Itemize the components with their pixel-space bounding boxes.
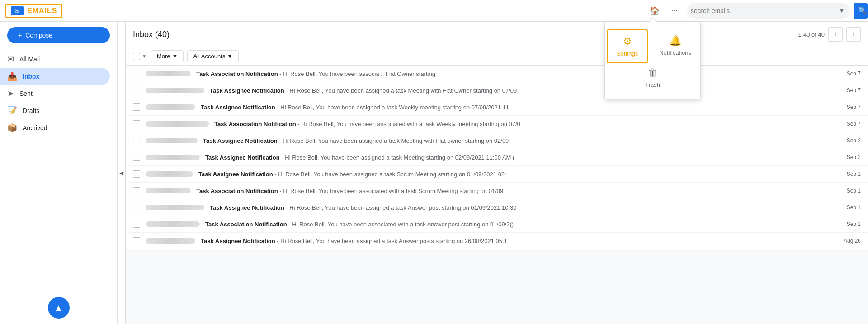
email-body-5: Task Assignee Notification - Hi Rose Bel… xyxy=(205,154,835,161)
email-subject-7: Task Association Notification xyxy=(196,188,278,194)
sidebar-item-drafts[interactable]: 📝 Drafts xyxy=(0,102,110,119)
sidebar-item-label-archived: Archived xyxy=(23,124,47,131)
email-checkbox-4[interactable] xyxy=(133,137,140,144)
compose-label: Compose xyxy=(25,32,52,39)
email-date-4: Sep 2 xyxy=(840,137,861,144)
search-dropdown-button[interactable]: ▼ xyxy=(837,8,846,14)
sender-avatar-8 xyxy=(146,205,204,210)
scroll-top-button[interactable]: ▲ xyxy=(48,297,70,319)
pagination-text: 1-40 of 40 xyxy=(798,31,825,38)
all-mail-icon: ✉ xyxy=(7,54,14,64)
search-input[interactable] xyxy=(691,7,837,14)
sidebar-item-inbox[interactable]: 📥 Inbox xyxy=(0,68,110,85)
next-page-button[interactable]: › xyxy=(846,27,861,42)
sidebar-item-archived[interactable]: 📦 Archived xyxy=(0,119,110,136)
email-row[interactable]: Task Assignee Notification - Hi Rose Bel… xyxy=(126,199,868,216)
email-preview-0: - Hi Rose Bell, You have been associa...… xyxy=(279,70,435,77)
select-all-area: ▼ xyxy=(133,53,147,60)
email-subject-6: Task Assignee Notification xyxy=(198,171,273,178)
email-date-9: Sep 1 xyxy=(840,221,861,227)
email-checkbox-2[interactable] xyxy=(133,103,140,111)
email-row[interactable]: Task Association Notification - Hi Rose … xyxy=(126,116,868,132)
email-row[interactable]: Task Association Notification - Hi Rose … xyxy=(126,183,868,199)
email-preview-8: - Hi Rose Bell, You have been assigned a… xyxy=(286,204,516,211)
trash-label: Trash xyxy=(645,81,660,88)
notifications-dropdown-item[interactable]: 🔔 Notifications xyxy=(650,29,700,63)
email-row[interactable]: Task Assignee Notification - Hi Rose Bel… xyxy=(126,233,868,249)
all-accounts-button[interactable]: All Accounts ▼ xyxy=(187,50,239,62)
email-checkbox-6[interactable] xyxy=(133,170,140,178)
email-row[interactable]: Task Association Notification - Hi Rose … xyxy=(126,66,868,82)
pagination: 1-40 of 40 ‹ › xyxy=(798,27,861,42)
email-body-0: Task Association Notification - Hi Rose … xyxy=(196,70,835,77)
search-button[interactable]: 🔍 xyxy=(854,3,868,19)
dropdown-items: ⚙ Settings 🔔 Notifications xyxy=(605,29,700,63)
sender-avatar-5 xyxy=(146,155,200,160)
sent-icon: ➤ xyxy=(7,89,14,99)
compose-plus-icon: + xyxy=(18,32,22,39)
inbox-icon: 📥 xyxy=(7,71,17,81)
email-row[interactable]: Task Assignee Notification - Hi Rose Bel… xyxy=(126,132,868,149)
email-body-7: Task Association Notification - Hi Rose … xyxy=(196,188,835,194)
dropdown-panel: ⚙ Settings 🔔 Notifications 🗑 Trash xyxy=(604,22,701,99)
email-checkbox-7[interactable] xyxy=(133,187,140,194)
trash-icon: 🗑 xyxy=(648,67,658,79)
email-checkbox-10[interactable] xyxy=(133,237,140,244)
email-row[interactable]: Task Assignee Notification - Hi Rose Bel… xyxy=(126,99,868,116)
sender-avatar-2 xyxy=(146,104,195,110)
email-body-1: Task Assignee Notification - Hi Rose Bel… xyxy=(210,87,835,94)
email-subject-10: Task Assignee Notification xyxy=(201,238,275,244)
more-button[interactable]: More ▼ xyxy=(151,50,184,62)
sidebar-item-label-all-mail: All Mail xyxy=(19,56,40,63)
email-checkbox-8[interactable] xyxy=(133,204,140,211)
email-subject-2: Task Assignee Notification xyxy=(201,104,275,111)
email-date-6: Sep 1 xyxy=(840,171,861,177)
email-checkbox-9[interactable] xyxy=(133,221,140,228)
collapse-handle[interactable]: ◀ xyxy=(118,22,126,324)
email-checkbox-3[interactable] xyxy=(133,120,140,127)
settings-icon: ⚙ xyxy=(623,36,632,47)
sender-avatar-0 xyxy=(146,71,191,76)
sender-avatar-7 xyxy=(146,188,191,193)
email-preview-3: - Hi Rose Bell, You have been associated… xyxy=(297,121,520,127)
select-all-checkbox[interactable] xyxy=(133,53,140,60)
settings-dropdown-item[interactable]: ⚙ Settings xyxy=(607,29,648,63)
email-body-9: Task Association Notification - Hi Rose … xyxy=(205,221,835,228)
compose-button[interactable]: + Compose xyxy=(7,27,110,43)
sidebar-item-all-mail[interactable]: ✉ All Mail xyxy=(0,51,110,68)
email-row[interactable]: Task Association Notification - Hi Rose … xyxy=(126,216,868,233)
previous-page-button[interactable]: ‹ xyxy=(828,27,843,42)
email-row[interactable]: Task Assignee Notification - Hi Rose Bel… xyxy=(126,82,868,99)
email-row[interactable]: Task Assignee Notification - Hi Rose Bel… xyxy=(126,149,868,166)
email-checkbox-0[interactable] xyxy=(133,70,140,77)
more-options-button[interactable]: ··· xyxy=(665,2,684,20)
email-date-0: Sep 7 xyxy=(840,70,861,77)
sidebar: + Compose ✉ All Mail 📥 Inbox ➤ Sent 📝 Dr… xyxy=(0,22,118,324)
email-subject-0: Task Association Notification xyxy=(196,70,278,77)
toolbar: ▼ More ▼ All Accounts ▼ xyxy=(126,47,868,66)
logo-area: EMAILS xyxy=(5,4,62,18)
sender-avatar-1 xyxy=(146,88,204,93)
sidebar-item-label-sent: Sent xyxy=(19,90,33,97)
email-preview-10: - Hi Rose Bell, You have been assigned a… xyxy=(277,238,507,244)
inbox-header: Inbox (40) 1-40 of 40 ‹ › xyxy=(126,22,868,47)
email-row[interactable]: Task Assignee Notification - Hi Rose Bel… xyxy=(126,166,868,183)
email-checkbox-5[interactable] xyxy=(133,154,140,161)
main-content: Inbox (40) 1-40 of 40 ‹ › ▼ More ▼ All A… xyxy=(126,22,868,324)
sender-avatar-4 xyxy=(146,138,198,143)
email-date-3: Sep 7 xyxy=(840,121,861,127)
email-preview-2: - Hi Rose Bell, You have been assigned a… xyxy=(277,104,509,111)
sidebar-item-sent[interactable]: ➤ Sent xyxy=(0,85,110,102)
settings-label: Settings xyxy=(617,50,638,57)
trash-section[interactable]: 🗑 Trash xyxy=(605,63,700,92)
email-date-8: Sep 1 xyxy=(840,204,861,211)
more-label: More xyxy=(157,53,170,60)
email-subject-9: Task Association Notification xyxy=(205,221,287,228)
email-checkbox-1[interactable] xyxy=(133,87,140,94)
email-preview-5: - Hi Rose Bell, You have been assigned a… xyxy=(281,154,514,161)
more-dropdown-icon: ▼ xyxy=(172,53,178,60)
email-subject-4: Task Assignee Notification xyxy=(203,137,278,144)
email-date-1: Sep 7 xyxy=(840,87,861,94)
select-dropdown-button[interactable]: ▼ xyxy=(141,54,147,59)
sender-avatar-9 xyxy=(146,221,200,227)
